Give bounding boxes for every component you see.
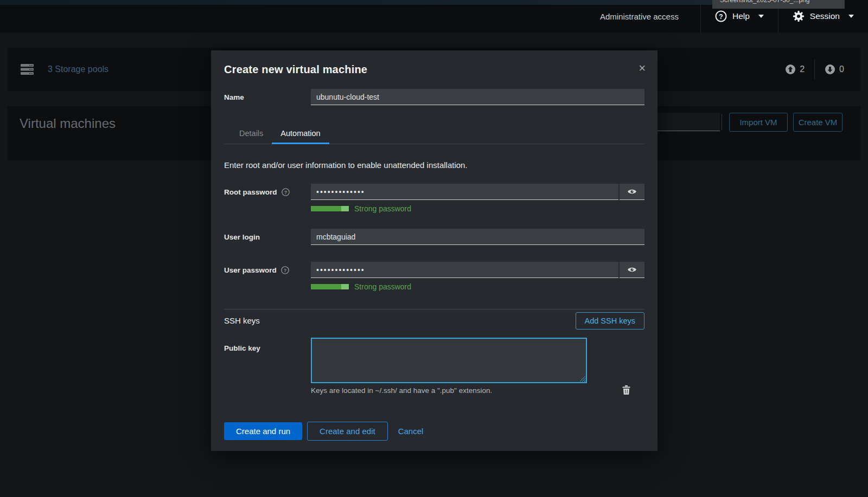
remove-key-button[interactable] — [622, 385, 630, 396]
tab-automation[interactable]: Automation — [272, 126, 329, 144]
admin-access-label: Administrative access — [600, 12, 700, 21]
user-login-label: User login — [224, 233, 311, 241]
gear-icon — [793, 10, 805, 22]
session-label: Session — [810, 11, 840, 21]
up-count: 2 — [800, 64, 805, 74]
create-and-run-button[interactable]: Create and run — [224, 422, 302, 440]
strength-label: Strong password — [354, 282, 411, 291]
chevron-down-icon — [758, 15, 764, 18]
help-circle-icon[interactable]: ? — [281, 266, 289, 274]
public-key-textarea[interactable] — [311, 338, 587, 383]
strength-meter — [311, 284, 349, 289]
cancel-button[interactable]: Cancel — [398, 427, 424, 436]
eye-icon — [627, 188, 637, 195]
public-key-label: Public key — [224, 338, 311, 352]
page-title: Virtual machines — [20, 116, 116, 131]
show-user-password-button[interactable] — [620, 262, 644, 278]
import-vm-button[interactable]: Import VM — [729, 113, 788, 132]
eye-icon — [627, 266, 637, 273]
counter-divider — [814, 60, 815, 79]
modal-title: Create new virtual machine — [224, 63, 367, 76]
arrow-down-circle-icon — [825, 64, 835, 75]
user-password-strength: Strong password — [311, 282, 644, 291]
user-password-label: User password — [224, 266, 277, 274]
storage-pools-link[interactable]: 3 Storage pools — [48, 64, 108, 74]
root-password-strength: Strong password — [311, 204, 644, 213]
name-input[interactable] — [311, 89, 644, 105]
create-and-edit-button[interactable]: Create and edit — [307, 422, 388, 441]
show-root-password-button[interactable] — [620, 184, 644, 200]
svg-text:?: ? — [284, 268, 287, 273]
vms-running-counter: 2 — [785, 64, 805, 75]
arrow-up-circle-icon — [785, 64, 796, 75]
help-circle-icon[interactable]: ? — [282, 188, 290, 196]
user-password-input[interactable] — [311, 262, 618, 278]
strength-meter — [311, 206, 349, 211]
help-question-icon: ? — [715, 10, 727, 22]
close-icon[interactable]: × — [639, 63, 646, 73]
modal-tabs: Details Automation — [224, 126, 644, 144]
public-key-helper: Keys are located in ~/.ssh/ and have a "… — [311, 386, 644, 395]
tab-details[interactable]: Details — [231, 126, 272, 144]
storage-pools-icon — [21, 64, 34, 75]
svg-text:?: ? — [719, 13, 723, 21]
user-login-input[interactable] — [311, 229, 644, 245]
automation-description: Enter root and/or user information to en… — [224, 160, 644, 170]
ssh-keys-label: SSH keys — [224, 316, 260, 325]
help-label: Help — [732, 11, 750, 21]
down-count: 0 — [839, 64, 844, 74]
trash-icon — [622, 385, 630, 395]
masthead-top-strip — [0, 0, 712, 5]
name-label: Name — [224, 93, 311, 101]
dragged-file-name: Screenshot_2025-07-30_...png — [712, 0, 845, 4]
root-password-input[interactable] — [311, 184, 618, 200]
strength-label: Strong password — [354, 204, 411, 213]
section-divider — [224, 309, 644, 309]
create-vm-button[interactable]: Create VM — [793, 113, 843, 132]
create-vm-modal: Create new virtual machine × Name Detail… — [211, 50, 658, 451]
dragged-file-tooltip: Screenshot_2025-07-30_...png — [712, 0, 845, 9]
svg-text:?: ? — [284, 190, 287, 195]
root-password-label: Root password — [224, 188, 277, 196]
toolbar-divider — [722, 114, 722, 130]
chevron-down-icon — [848, 15, 854, 18]
add-ssh-keys-button[interactable]: Add SSH keys — [576, 312, 645, 330]
vms-stopped-counter: 0 — [825, 64, 844, 75]
